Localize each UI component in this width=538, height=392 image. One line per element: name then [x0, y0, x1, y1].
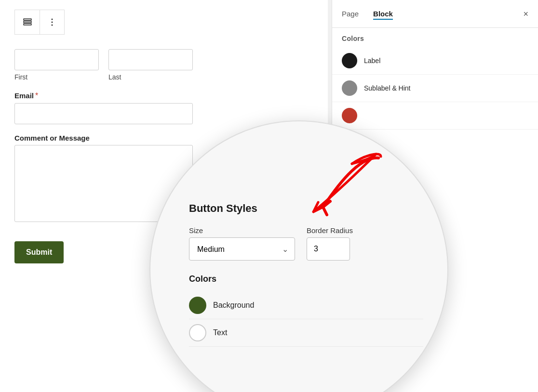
svg-rect-2	[24, 24, 31, 25]
last-name-field: Last	[108, 49, 193, 82]
border-radius-label: Border Radius	[307, 226, 353, 235]
text-color-label: Text	[213, 328, 227, 337]
text-color-item[interactable]: Text	[189, 319, 423, 347]
name-row: First Last	[14, 49, 313, 82]
bg-color-label: Background	[213, 301, 254, 310]
email-label: Email	[14, 91, 34, 100]
first-name-label: First	[14, 73, 99, 81]
toolbar	[14, 10, 313, 35]
svg-rect-1	[24, 21, 31, 23]
tab-block[interactable]: Block	[373, 8, 393, 20]
svg-point-3	[52, 19, 53, 20]
bg-color-item[interactable]: Background	[189, 292, 423, 319]
first-name-input[interactable]	[14, 49, 99, 70]
third-color-item[interactable]	[332, 102, 538, 130]
label-color-label: Label	[364, 57, 380, 65]
colors-section-title: Colors	[332, 28, 538, 47]
last-name-input[interactable]	[108, 49, 193, 70]
border-radius-input[interactable]: 3	[307, 237, 350, 261]
sublabel-color-label: Sublabel & Hint	[364, 84, 411, 92]
text-color-swatch	[189, 324, 206, 341]
email-input[interactable]	[14, 103, 193, 124]
size-label: Size	[189, 226, 295, 235]
label-color-swatch	[342, 53, 357, 68]
panel-header: Page Block ×	[332, 0, 538, 28]
svg-rect-0	[24, 19, 31, 20]
button-styles-title: Button Styles	[189, 202, 423, 215]
bg-color-swatch	[189, 297, 206, 314]
third-color-swatch	[342, 108, 357, 123]
label-color-item[interactable]: Label	[332, 47, 538, 75]
magnify-colors-title: Colors	[189, 274, 423, 284]
magnify-content: Button Styles Size Small Medium Large ⌄ …	[150, 121, 447, 392]
size-select-wrapper: Small Medium Large ⌄	[189, 237, 295, 261]
sublabel-color-swatch	[342, 80, 357, 96]
dots-icon	[47, 17, 57, 27]
last-name-label: Last	[108, 73, 193, 81]
svg-point-4	[52, 22, 53, 23]
tab-page[interactable]: Page	[342, 8, 359, 20]
first-name-field: First	[14, 49, 99, 82]
svg-point-5	[52, 25, 53, 26]
list-icon	[23, 17, 32, 27]
size-field: Size Small Medium Large ⌄	[189, 226, 295, 261]
close-button[interactable]: ×	[523, 10, 528, 18]
list-view-button[interactable]	[14, 10, 40, 35]
submit-button[interactable]: Submit	[14, 241, 64, 263]
sublabel-color-item[interactable]: Sublabel & Hint	[332, 75, 538, 102]
more-options-button[interactable]	[40, 10, 65, 35]
style-controls-row: Size Small Medium Large ⌄ Border Radius …	[189, 226, 423, 261]
border-radius-field: Border Radius 3	[307, 226, 353, 261]
size-select[interactable]: Small Medium Large	[189, 237, 295, 261]
email-section: Email*	[14, 91, 313, 124]
email-required: *	[35, 91, 38, 100]
